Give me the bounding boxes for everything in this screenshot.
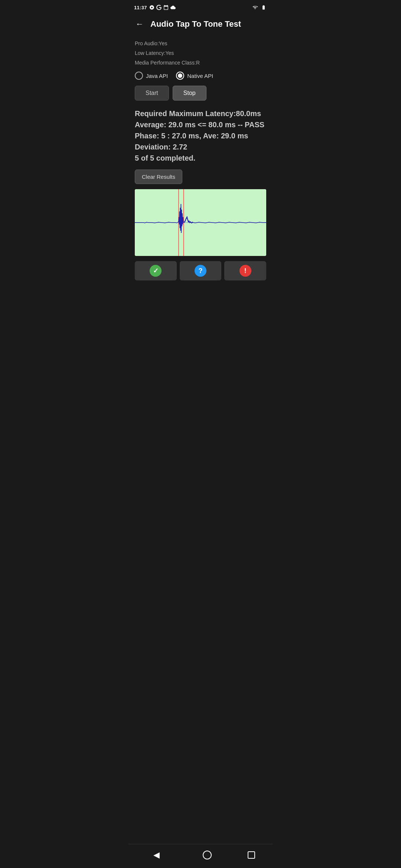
status-bar-right bbox=[252, 5, 267, 10]
native-api-label: Native API bbox=[187, 73, 213, 79]
java-api-label: Java API bbox=[146, 73, 168, 79]
back-button[interactable]: ← bbox=[134, 18, 145, 30]
status-time: 11:37 bbox=[134, 5, 147, 10]
app-bar: ← Audio Tap To Tone Test bbox=[128, 13, 273, 36]
help-button[interactable]: ? bbox=[180, 261, 222, 280]
media-performance-info: Media Performance Class:R bbox=[135, 59, 266, 68]
warning-button[interactable]: ! bbox=[224, 261, 266, 280]
stop-button[interactable]: Stop bbox=[173, 86, 206, 101]
status-icons bbox=[149, 5, 176, 10]
status-bar: 11:37 bbox=[128, 0, 273, 13]
question-icon: ? bbox=[195, 265, 206, 277]
result-line-3: Phase: 5 : 27.0 ms, Ave: 29.0 ms bbox=[135, 130, 266, 141]
java-api-option[interactable]: Java API bbox=[135, 72, 168, 80]
pro-audio-info: Pro Audio:Yes bbox=[135, 39, 266, 48]
control-buttons: Start Stop bbox=[135, 86, 266, 101]
native-api-radio-inner bbox=[178, 73, 182, 78]
low-latency-info: Low Latency:Yes bbox=[135, 49, 266, 58]
status-bar-left: 11:37 bbox=[134, 5, 176, 10]
app-title: Audio Tap To Tone Test bbox=[150, 19, 241, 29]
wifi-icon bbox=[252, 5, 258, 10]
java-api-radio[interactable] bbox=[135, 72, 143, 80]
native-api-radio[interactable] bbox=[176, 72, 184, 80]
waveform-display bbox=[135, 189, 266, 256]
cloud-icon bbox=[170, 5, 176, 10]
result-line-1: Required Maximum Latency:80.0ms bbox=[135, 108, 266, 119]
bottom-action-buttons: ✓ ? ! bbox=[135, 261, 266, 280]
result-line-2: Average: 29.0 ms <= 80.0 ms -- PASS bbox=[135, 119, 266, 130]
pass-button[interactable]: ✓ bbox=[135, 261, 177, 280]
battery-icon bbox=[260, 5, 267, 10]
start-button[interactable]: Start bbox=[135, 86, 169, 101]
clear-results-button[interactable]: Clear Results bbox=[135, 170, 182, 184]
api-selector: Java API Native API bbox=[135, 72, 266, 80]
native-api-option[interactable]: Native API bbox=[176, 72, 213, 80]
warning-icon: ! bbox=[239, 265, 251, 277]
checkmark-icon: ✓ bbox=[150, 265, 162, 277]
main-content: Pro Audio:Yes Low Latency:Yes Media Perf… bbox=[128, 36, 273, 280]
device-info: Pro Audio:Yes Low Latency:Yes Media Perf… bbox=[135, 39, 266, 67]
fan-icon bbox=[149, 5, 154, 10]
results-section: Required Maximum Latency:80.0ms Average:… bbox=[135, 108, 266, 164]
waveform-svg bbox=[135, 189, 266, 256]
google-icon bbox=[156, 5, 162, 10]
result-line-5: 5 of 5 completed. bbox=[135, 152, 266, 164]
calendar-icon bbox=[163, 5, 169, 10]
result-line-4: Deviation: 2.72 bbox=[135, 141, 266, 152]
